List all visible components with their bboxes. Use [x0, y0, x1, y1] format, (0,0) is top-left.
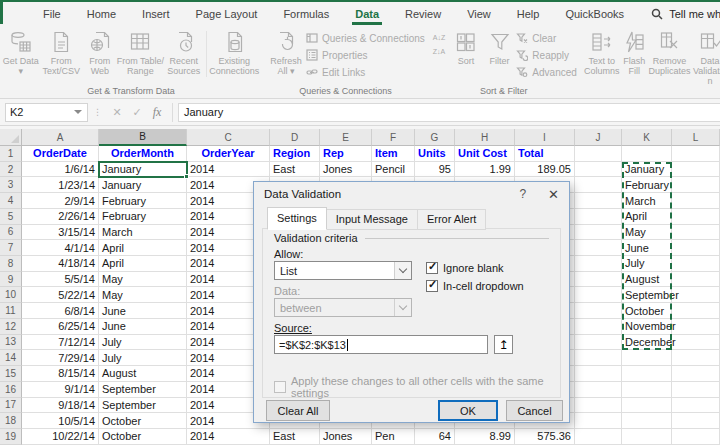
select-all-corner[interactable] [0, 129, 22, 146]
cell-B18[interactable]: October [99, 413, 187, 429]
cell-J18[interactable] [575, 413, 622, 429]
sort-button[interactable]: Sort [449, 27, 483, 85]
row-number-14[interactable]: 14 [0, 350, 22, 366]
filter-button[interactable]: Filter [483, 27, 517, 85]
cell-B11[interactable]: June [99, 303, 187, 319]
tell-me-search[interactable]: Tell me what you want to do [651, 8, 720, 20]
cell-A12[interactable]: 6/25/14 [22, 319, 99, 335]
cell-B2[interactable]: January [99, 162, 187, 178]
cell-E19[interactable]: Jones [320, 429, 372, 445]
cell-B17[interactable]: September [99, 398, 187, 414]
cell-C2[interactable]: 2014 [187, 162, 270, 178]
row-number-10[interactable]: 10 [0, 287, 22, 303]
tab-view[interactable]: View [454, 2, 504, 25]
cell-J7[interactable] [575, 240, 622, 256]
queries-connections-button[interactable]: Queries & Connections [306, 31, 425, 45]
cell-A4[interactable]: 2/9/14 [22, 193, 99, 209]
tab-formulas[interactable]: Formulas [270, 2, 342, 25]
cell-K8[interactable]: July [622, 256, 672, 272]
cell-K17[interactable] [622, 398, 672, 414]
cell-B14[interactable]: July [99, 350, 187, 366]
cell-A15[interactable]: 8/15/14 [22, 366, 99, 382]
dialog-title-bar[interactable]: Data Validation ? ✕ [254, 182, 569, 206]
cell-A16[interactable]: 9/1/14 [22, 382, 99, 398]
row-number-7[interactable]: 7 [0, 240, 22, 256]
from-web-button[interactable]: From Web [83, 27, 117, 85]
reapply-filter-button[interactable]: Reapply [516, 48, 576, 62]
source-input[interactable]: =$K$2:$K$13 [274, 335, 488, 354]
cell-B6[interactable]: March [99, 225, 187, 241]
cell-J16[interactable] [575, 382, 622, 398]
insert-function-icon[interactable]: fx [147, 105, 167, 120]
cell-K18[interactable] [622, 413, 672, 429]
allow-dropdown-button[interactable] [394, 262, 411, 279]
cell-K3[interactable]: February [622, 177, 672, 193]
cell-A14[interactable]: 7/29/14 [22, 350, 99, 366]
cell-C19[interactable]: 2014 [187, 429, 270, 445]
cell-K9[interactable]: August [622, 272, 672, 288]
tab-data[interactable]: Data [342, 2, 392, 25]
cell-J14[interactable] [575, 350, 622, 366]
column-header-G[interactable]: G [415, 129, 455, 146]
existing-connections-button[interactable]: Existing Connections [209, 27, 260, 85]
cell-D2[interactable]: East [270, 162, 320, 178]
column-header-H[interactable]: H [455, 129, 515, 146]
cell-D1[interactable]: Region [270, 146, 320, 162]
cell-B5[interactable]: February [99, 209, 187, 225]
cell-K4[interactable]: March [622, 193, 672, 209]
row-number-6[interactable]: 6 [0, 225, 22, 241]
cell-A9[interactable]: 5/5/14 [22, 272, 99, 288]
cell-D19[interactable]: East [270, 429, 320, 445]
cell-B1[interactable]: OrderMonth [99, 146, 187, 162]
cell-J5[interactable] [575, 209, 622, 225]
sort-ascending-icon[interactable]: A↓Z [431, 33, 447, 43]
cell-L9[interactable] [672, 272, 720, 288]
cell-L18[interactable] [672, 413, 720, 429]
cell-L16[interactable] [672, 382, 720, 398]
cell-F2[interactable]: Pencil [372, 162, 415, 178]
row-number-13[interactable]: 13 [0, 335, 22, 351]
tab-help[interactable]: Help [504, 2, 553, 25]
cell-A6[interactable]: 3/15/14 [22, 225, 99, 241]
row-number-1[interactable]: 1 [0, 146, 22, 162]
cell-L14[interactable] [672, 350, 720, 366]
cell-L10[interactable] [672, 287, 720, 303]
cell-L1[interactable] [672, 146, 720, 162]
tab-error-alert[interactable]: Error Alert [418, 209, 487, 230]
column-header-K[interactable]: K [622, 129, 672, 146]
cell-K5[interactable]: April [622, 209, 672, 225]
name-box[interactable]: K2 [5, 103, 88, 122]
cell-L4[interactable] [672, 193, 720, 209]
cell-J9[interactable] [575, 272, 622, 288]
cell-L6[interactable] [672, 225, 720, 241]
incell-dropdown-checkbox[interactable]: In-cell dropdown [426, 280, 524, 292]
cell-J19[interactable] [575, 429, 622, 445]
cell-L5[interactable] [672, 209, 720, 225]
cell-H1[interactable]: Unit Cost [455, 146, 515, 162]
from-text-csv-button[interactable]: From Text/CSV [40, 27, 83, 85]
cell-G19[interactable]: 64 [415, 429, 455, 445]
cell-E2[interactable]: Jones [320, 162, 372, 178]
column-header-L[interactable]: L [672, 129, 720, 146]
edit-links-button[interactable]: Edit Links [306, 65, 425, 79]
refresh-all-button[interactable]: Refresh All ▾ [266, 27, 306, 85]
cell-K16[interactable] [622, 382, 672, 398]
cell-L8[interactable] [672, 256, 720, 272]
cell-B19[interactable]: October [99, 429, 187, 445]
cell-I19[interactable]: 575.36 [515, 429, 575, 445]
cell-L15[interactable] [672, 366, 720, 382]
cell-B13[interactable]: July [99, 335, 187, 351]
cell-A10[interactable]: 5/22/14 [22, 287, 99, 303]
sort-descending-icon[interactable]: Z↓A [431, 47, 447, 57]
cell-B9[interactable]: May [99, 272, 187, 288]
column-header-D[interactable]: D [270, 129, 320, 146]
cell-K2[interactable]: January [622, 162, 672, 178]
cell-A11[interactable]: 6/8/14 [22, 303, 99, 319]
clear-all-button[interactable]: Clear All [266, 400, 330, 421]
cell-F19[interactable]: Pen [372, 429, 415, 445]
cell-A8[interactable]: 4/18/14 [22, 256, 99, 272]
cell-H19[interactable]: 8.99 [455, 429, 515, 445]
from-table-range-button[interactable]: From Table/ Range [117, 27, 164, 85]
cell-E1[interactable]: Rep [320, 146, 372, 162]
cell-B7[interactable]: April [99, 240, 187, 256]
